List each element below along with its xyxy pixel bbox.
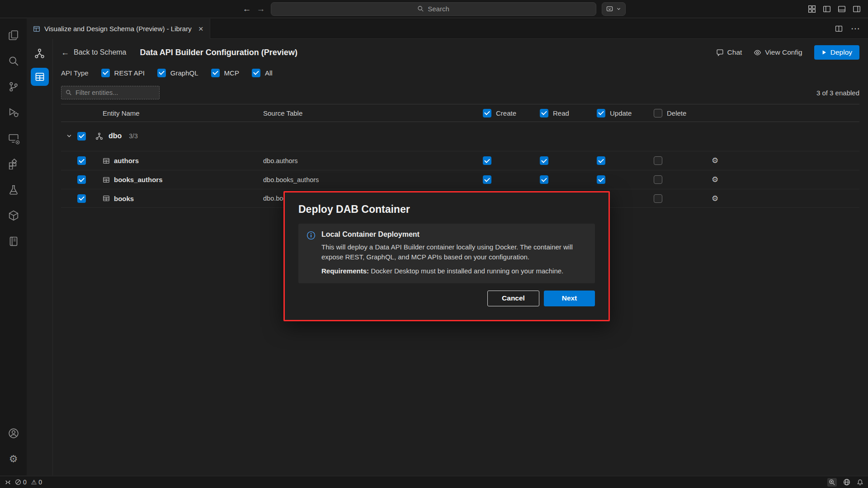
tab-bar: Visualize and Design Schema (Preview) - … — [27, 19, 868, 39]
cancel-button[interactable]: Cancel — [487, 291, 539, 306]
remote-disconnect-badge — [14, 139, 21, 145]
checkbox[interactable] — [540, 109, 548, 117]
chat-icon — [716, 49, 724, 56]
table-header-row: Entity Name Source Table Create Read Upd… — [61, 104, 859, 122]
command-center-search[interactable]: Search — [271, 2, 596, 16]
api-type-label: API Type — [61, 69, 89, 77]
error-icon — [15, 479, 21, 485]
remote-indicator-icon[interactable] — [5, 479, 11, 486]
extensions-icon[interactable] — [3, 151, 24, 177]
dab-config-view-icon[interactable] — [31, 68, 49, 86]
checkbox[interactable] — [540, 175, 548, 184]
editor-more-actions-icon[interactable]: ⋯ — [851, 24, 860, 33]
checkbox[interactable] — [252, 69, 260, 77]
explorer-icon[interactable] — [3, 22, 24, 48]
checkbox[interactable] — [597, 156, 605, 165]
row-settings-gear-icon[interactable]: ⚙ — [712, 176, 718, 183]
checkbox[interactable] — [77, 194, 86, 203]
checkbox[interactable] — [483, 175, 491, 184]
local-deployment-info-box: Local Container Deployment This will dep… — [298, 224, 595, 283]
table-icon — [103, 176, 110, 183]
schema-designer-icon[interactable] — [31, 44, 49, 62]
notebook-icon[interactable] — [3, 228, 24, 254]
table-row[interactable]: books_authorsdbo.books_authors⚙ — [61, 170, 859, 189]
api-type-option[interactable]: MCP — [211, 69, 239, 77]
checkbox[interactable] — [597, 175, 605, 184]
run-debug-icon[interactable] — [3, 99, 24, 125]
layout-control-dropdown[interactable] — [602, 2, 626, 16]
checkbox[interactable] — [654, 109, 662, 117]
testing-beaker-icon[interactable] — [3, 177, 24, 202]
checkbox[interactable] — [483, 156, 491, 165]
tab-visualize-design-schema[interactable]: Visualize and Design Schema (Preview) - … — [27, 19, 210, 39]
source-control-icon[interactable] — [3, 74, 24, 99]
requirements-label: Requirements: — [321, 267, 369, 275]
action-column-label: Delete — [667, 109, 686, 117]
deploy-dab-container-dialog: Deploy DAB Container Local Container Dep… — [283, 191, 610, 321]
group-checkbox[interactable] — [77, 132, 86, 141]
requirements-line: Requirements: Docker Desktop must be ins… — [321, 266, 586, 276]
nav-back-icon[interactable]: ← — [243, 5, 251, 13]
deploy-button[interactable]: Deploy — [814, 45, 859, 60]
split-editor-icon[interactable] — [835, 25, 843, 33]
api-type-option-label: REST API — [114, 69, 145, 77]
problems-indicator[interactable]: 0 ⚠ 0 — [15, 479, 42, 486]
toggle-secondary-sidebar-icon[interactable] — [853, 5, 861, 13]
filter-search-icon — [66, 89, 72, 96]
settings-gear-icon[interactable]: ⚙ — [3, 446, 24, 472]
toggle-primary-sidebar-icon[interactable] — [823, 5, 831, 13]
api-type-option[interactable]: All — [252, 69, 273, 77]
checkbox[interactable] — [77, 156, 86, 165]
customize-layout-icon[interactable] — [808, 5, 816, 13]
checkbox[interactable] — [483, 109, 491, 117]
account-icon[interactable] — [3, 420, 24, 446]
search-placeholder-text: Search — [428, 5, 449, 13]
notifications-bell-icon[interactable] — [857, 479, 863, 486]
schema-icon — [95, 132, 103, 140]
zoom-indicator-icon[interactable] — [827, 478, 837, 487]
view-config-button[interactable]: View Config — [754, 48, 802, 56]
checkbox[interactable] — [654, 194, 662, 203]
api-type-option[interactable]: REST API — [101, 69, 145, 77]
table-row[interactable]: authorsdbo.authors⚙ — [61, 151, 859, 170]
api-type-option[interactable]: GraphQL — [157, 69, 198, 77]
chat-label: Chat — [727, 48, 742, 56]
chevron-down-icon — [616, 6, 621, 11]
checkbox[interactable] — [654, 156, 662, 165]
table-icon — [103, 195, 110, 202]
checkbox[interactable] — [101, 69, 110, 77]
create-column-header: Create — [483, 109, 540, 117]
activity-bar: ⚙ — [0, 19, 27, 475]
api-type-option-label: All — [265, 69, 273, 77]
row-settings-gear-icon[interactable]: ⚙ — [712, 195, 718, 202]
error-count: 0 — [23, 479, 27, 486]
requirements-body: Docker Desktop must be installed and run… — [369, 267, 563, 275]
back-to-schema-link[interactable]: ← Back to Schema — [61, 48, 127, 57]
checkbox[interactable] — [211, 69, 220, 77]
remote-explorer-icon[interactable] — [3, 125, 24, 151]
action-column-label: Create — [496, 109, 516, 117]
checkbox[interactable] — [77, 175, 86, 184]
containers-cube-icon[interactable] — [3, 202, 24, 228]
checkbox[interactable] — [597, 109, 605, 117]
checkbox[interactable] — [540, 156, 548, 165]
tab-close-icon[interactable]: × — [198, 24, 203, 33]
search-view-icon[interactable] — [3, 48, 24, 74]
next-button[interactable]: Next — [544, 291, 595, 306]
filter-entities-box[interactable] — [61, 86, 160, 99]
status-bar: 0 ⚠ 0 — [0, 476, 868, 488]
nav-forward-icon[interactable]: → — [257, 5, 265, 13]
filter-entities-input[interactable] — [75, 89, 155, 96]
row-settings-gear-icon[interactable]: ⚙ — [712, 157, 718, 164]
schema-group-row[interactable]: dbo 3/3 — [61, 127, 859, 145]
collapse-chevron-icon[interactable] — [61, 133, 77, 139]
schema-group-count: 3/3 — [129, 132, 137, 140]
play-icon — [821, 50, 827, 55]
chat-button[interactable]: Chat — [716, 48, 742, 56]
enabled-summary: 3 of 3 enabled — [816, 89, 859, 97]
browser-preview-icon[interactable] — [843, 479, 850, 486]
checkbox[interactable] — [157, 69, 166, 77]
schema-view-bar — [27, 39, 53, 475]
checkbox[interactable] — [654, 175, 662, 184]
toggle-panel-icon[interactable] — [838, 5, 846, 13]
